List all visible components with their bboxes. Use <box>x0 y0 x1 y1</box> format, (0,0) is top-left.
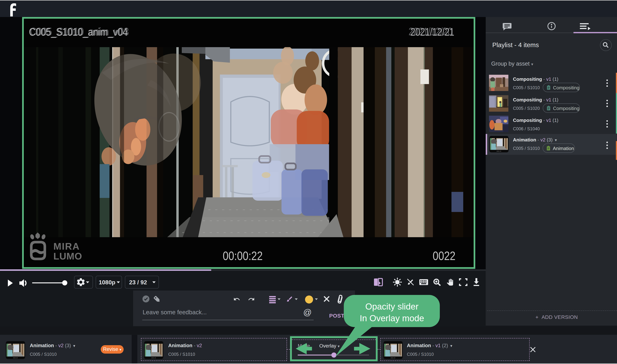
svg-text:2021 22: 2021 22 <box>391 357 395 359</box>
svg-text:LUMO: LUMO <box>54 251 82 261</box>
svg-text:2021 22: 2021 22 <box>13 357 18 359</box>
svg-text:23 / 92: 23 / 92 <box>129 279 147 286</box>
svg-text:MIRA: MIRA <box>54 241 80 252</box>
svg-text:1080p: 1080p <box>99 279 115 286</box>
svg-text:2021 22: 2021 22 <box>496 151 501 152</box>
svg-text:Opacity slider: Opacity slider <box>365 302 419 311</box>
svg-text:2021 22: 2021 22 <box>151 357 156 359</box>
svg-text:In Overlay mode: In Overlay mode <box>360 313 424 323</box>
